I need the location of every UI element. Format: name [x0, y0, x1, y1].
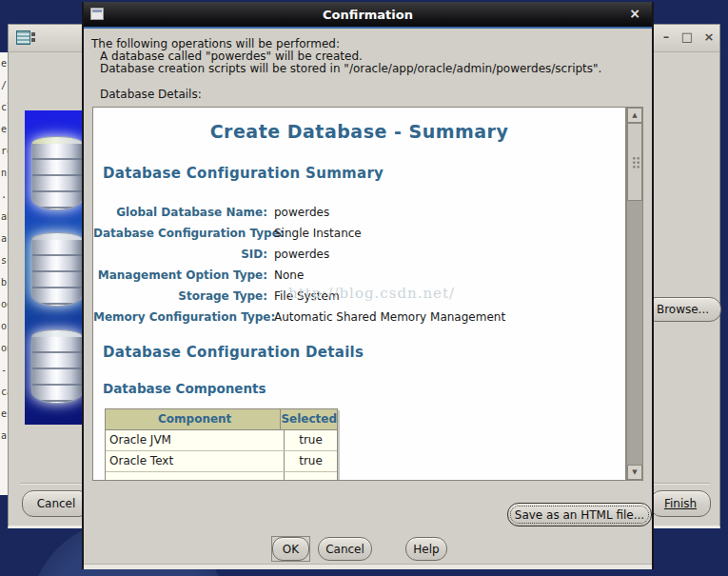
database-cylinder-icon [31, 136, 83, 216]
dialog-bottom-edge [84, 564, 652, 569]
dialog-titlebar[interactable]: Confirmation × [84, 2, 652, 29]
column-header: Component [106, 409, 281, 429]
save-as-html-button[interactable]: Save as an HTML file... [507, 503, 652, 526]
intro-line: Database creation scripts will be stored… [100, 62, 601, 75]
help-button[interactable]: Help [405, 537, 447, 561]
detail-label: SID: [93, 248, 267, 261]
detail-value: Automatic Shared Memory Management [274, 310, 505, 324]
table-row-partial [106, 472, 337, 481]
vertical-scrollbar[interactable]: ▲ ▼ [626, 107, 643, 481]
detail-label: Database Configuration Type: [93, 227, 267, 240]
window-close-button[interactable]: × [700, 29, 718, 46]
csdn-watermark: http://blog.csdn.net/ [288, 285, 455, 302]
detail-value: Single Instance [274, 227, 362, 240]
page-title: Create Database - Summary [93, 121, 625, 142]
dialog-window-icon [90, 8, 104, 20]
scroll-up-button[interactable]: ▲ [627, 108, 642, 123]
database-cylinder-icon [31, 232, 83, 312]
finish-button[interactable]: Finish [650, 490, 711, 517]
detail-value: powerdes [274, 248, 329, 261]
detail-label: Management Option Type: [93, 268, 267, 282]
column-header: Selected [281, 409, 337, 429]
section-components: Database Components [103, 381, 266, 396]
confirmation-dialog: Confirmation × The following operations … [82, 2, 654, 569]
ok-button[interactable]: OK [272, 537, 309, 561]
summary-content-area: Create Database - Summary Database Confi… [92, 107, 626, 481]
scrollbar-thumb[interactable] [627, 123, 642, 201]
wizard-cancel-button[interactable]: Cancel [22, 490, 90, 517]
section-config-summary: Database Configuration Summary [103, 165, 384, 182]
selected-cell: true [285, 451, 337, 471]
table-header-row: Component Selected [106, 409, 337, 430]
minimize-button[interactable]: – [658, 29, 675, 46]
detail-value: powerdes [274, 206, 329, 219]
section-config-details: Database Configuration Details [103, 344, 364, 361]
detail-label: Memory Configuration Type: [93, 310, 267, 324]
table-row: Oracle JVM true [106, 430, 337, 451]
database-artwork-panel [25, 110, 85, 425]
maximize-button[interactable]: □ [679, 29, 696, 46]
component-cell: Oracle JVM [106, 430, 285, 450]
browse-button[interactable]: Browse... [644, 297, 721, 322]
intro-line: The following operations will be perform… [91, 37, 340, 50]
finish-label: Finish [664, 497, 697, 510]
dialog-title: Confirmation [84, 8, 652, 22]
detail-label: Storage Type: [93, 289, 267, 303]
app-icon [16, 30, 30, 45]
database-details-heading: Database Details: [100, 88, 202, 101]
dialog-cancel-button[interactable]: Cancel [318, 537, 372, 561]
component-cell: Oracle Text [106, 451, 285, 471]
intro-line: A database called "powerdes" will be cre… [100, 50, 363, 63]
database-cylinder-icon [31, 329, 83, 409]
ok-button-focus-ring: OK [271, 536, 310, 562]
detail-label: Global Database Name: [93, 206, 267, 219]
scroll-down-button[interactable]: ▼ [627, 465, 642, 480]
selected-cell: true [285, 430, 337, 450]
components-table: Component Selected Oracle JVM true Oracl… [105, 408, 338, 481]
detail-value: None [274, 268, 304, 282]
table-row: Oracle Text true [106, 451, 337, 472]
dialog-close-button[interactable]: × [626, 5, 643, 22]
scrollbar-grip-dots [632, 156, 640, 169]
